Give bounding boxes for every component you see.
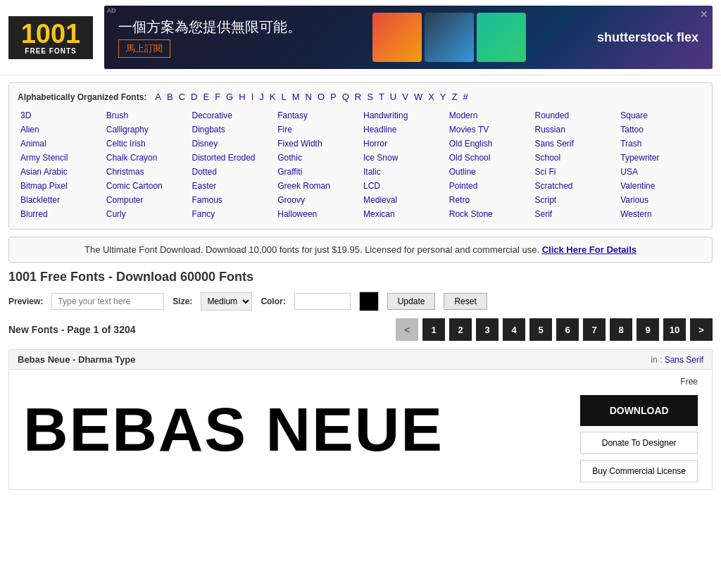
- alpha-g[interactable]: G: [225, 92, 234, 102]
- page-9-button[interactable]: 9: [637, 318, 659, 341]
- category-item[interactable]: Trash: [617, 137, 703, 150]
- category-item[interactable]: Animal: [18, 137, 104, 150]
- category-item[interactable]: Curly: [104, 208, 189, 220]
- category-item[interactable]: Scratched: [532, 180, 618, 192]
- page-1-button[interactable]: 1: [422, 318, 445, 341]
- page-7-button[interactable]: 7: [583, 318, 606, 341]
- alpha-o[interactable]: O: [316, 92, 326, 102]
- category-item[interactable]: Valentine: [617, 180, 703, 192]
- alpha-h[interactable]: H: [237, 92, 246, 102]
- alpha-j[interactable]: J: [258, 92, 265, 102]
- category-item[interactable]: Rounded: [532, 109, 618, 122]
- category-item[interactable]: Blurred: [18, 208, 104, 220]
- category-item[interactable]: 3D: [18, 109, 104, 122]
- category-item[interactable]: Fancy: [189, 208, 275, 220]
- category-item[interactable]: Graffiti: [275, 165, 360, 178]
- category-item[interactable]: Computer: [104, 194, 189, 206]
- category-item[interactable]: Headline: [360, 123, 446, 136]
- size-select[interactable]: Small Medium Large X-Large: [201, 292, 252, 311]
- category-item[interactable]: Italic: [360, 165, 446, 178]
- category-item[interactable]: USA: [617, 165, 703, 178]
- alpha-l[interactable]: L: [280, 92, 287, 102]
- update-button[interactable]: Update: [387, 293, 436, 310]
- category-item[interactable]: Dingbats: [189, 123, 275, 136]
- ad-brand[interactable]: shutterstock flex: [597, 30, 698, 45]
- alpha-s[interactable]: S: [365, 92, 375, 102]
- category-item[interactable]: Halloween: [275, 208, 360, 220]
- category-item[interactable]: Fire: [275, 123, 360, 136]
- alpha-n[interactable]: N: [304, 92, 313, 102]
- category-item[interactable]: Horror: [360, 137, 446, 150]
- category-item[interactable]: Gothic: [275, 151, 360, 164]
- commercial-license-button[interactable]: Buy Commercial License: [580, 460, 698, 482]
- category-item[interactable]: School: [532, 151, 618, 164]
- category-item[interactable]: Fantasy: [275, 109, 360, 122]
- category-item[interactable]: Old School: [446, 151, 532, 164]
- alpha-i[interactable]: I: [250, 92, 256, 102]
- category-item[interactable]: Square: [617, 109, 703, 122]
- reset-button[interactable]: Reset: [444, 293, 487, 310]
- alpha-r[interactable]: R: [353, 92, 363, 102]
- alpha-w[interactable]: W: [413, 92, 424, 102]
- category-item[interactable]: Celtic Irish: [104, 137, 189, 150]
- page-4-button[interactable]: 4: [503, 318, 525, 341]
- category-item[interactable]: Serif: [532, 208, 618, 220]
- category-item[interactable]: Greek Roman: [275, 180, 360, 192]
- category-item[interactable]: Sans Serif: [532, 137, 618, 150]
- alpha-x[interactable]: X: [427, 92, 436, 102]
- category-item[interactable]: Dotted: [189, 165, 275, 178]
- promo-link[interactable]: Click Here For Details: [542, 244, 637, 255]
- category-item[interactable]: Bitmap Pixel: [18, 180, 104, 192]
- category-item[interactable]: Easter: [189, 180, 275, 192]
- alpha-k[interactable]: K: [268, 92, 277, 102]
- category-item[interactable]: Typewriter: [617, 151, 703, 164]
- ad-cta-button[interactable]: 馬上訂閱: [118, 39, 170, 58]
- ad-close-icon[interactable]: ✕: [700, 8, 708, 20]
- category-item[interactable]: Pointed: [446, 180, 532, 192]
- alpha-p[interactable]: P: [329, 92, 338, 102]
- category-item[interactable]: Asian Arabic: [18, 165, 104, 178]
- category-item[interactable]: Various: [617, 194, 703, 206]
- download-button[interactable]: DOWNLOAD: [580, 395, 698, 426]
- alpha-c[interactable]: C: [177, 92, 187, 102]
- ad-banner[interactable]: AD ✕ 一個方案為您提供無限可能。 馬上訂閱 shutterstock fle…: [104, 6, 713, 69]
- category-item[interactable]: Rock Stone: [446, 208, 532, 220]
- category-item[interactable]: Alien: [18, 123, 104, 136]
- category-item[interactable]: Outline: [446, 165, 532, 178]
- color-swatch[interactable]: [359, 292, 379, 311]
- category-item[interactable]: Distorted Eroded: [189, 151, 275, 164]
- alpha-v[interactable]: V: [401, 92, 410, 102]
- category-item[interactable]: Comic Cartoon: [104, 180, 189, 192]
- category-item[interactable]: Brush: [104, 109, 189, 122]
- alpha-e[interactable]: E: [201, 92, 211, 102]
- category-item[interactable]: Chalk Crayon: [104, 151, 189, 164]
- alpha-t[interactable]: T: [377, 92, 386, 102]
- page-5-button[interactable]: 5: [529, 318, 552, 341]
- alpha-u[interactable]: U: [389, 92, 398, 102]
- category-item[interactable]: Calligraphy: [104, 123, 189, 136]
- category-item[interactable]: Blackletter: [18, 194, 104, 206]
- color-input[interactable]: #000000: [294, 293, 351, 310]
- category-item[interactable]: Western: [617, 208, 703, 220]
- page-8-button[interactable]: 8: [610, 318, 632, 341]
- alpha-d[interactable]: D: [189, 92, 199, 102]
- category-item[interactable]: Groovy: [275, 194, 360, 206]
- logo[interactable]: 1001 FREE FONTS: [8, 16, 93, 59]
- category-item[interactable]: LCD: [360, 180, 446, 192]
- category-item[interactable]: Old English: [446, 137, 532, 150]
- category-item[interactable]: Famous: [189, 194, 275, 206]
- category-item[interactable]: Army Stencil: [18, 151, 104, 164]
- category-item[interactable]: Medieval: [360, 194, 446, 206]
- donate-button[interactable]: Donate To Designer: [580, 432, 698, 454]
- prev-page-button[interactable]: <: [396, 318, 418, 341]
- category-item[interactable]: Movies TV: [446, 123, 532, 136]
- alpha-m[interactable]: M: [291, 92, 301, 102]
- alpha-hash[interactable]: #: [461, 92, 469, 102]
- alpha-z[interactable]: Z: [451, 92, 459, 102]
- alpha-a[interactable]: A: [153, 92, 163, 102]
- category-item[interactable]: Fixed Width: [275, 137, 360, 150]
- category-item[interactable]: Script: [532, 194, 618, 206]
- page-10-button[interactable]: 10: [663, 318, 686, 341]
- category-item[interactable]: Retro: [446, 194, 532, 206]
- preview-input[interactable]: [51, 293, 164, 310]
